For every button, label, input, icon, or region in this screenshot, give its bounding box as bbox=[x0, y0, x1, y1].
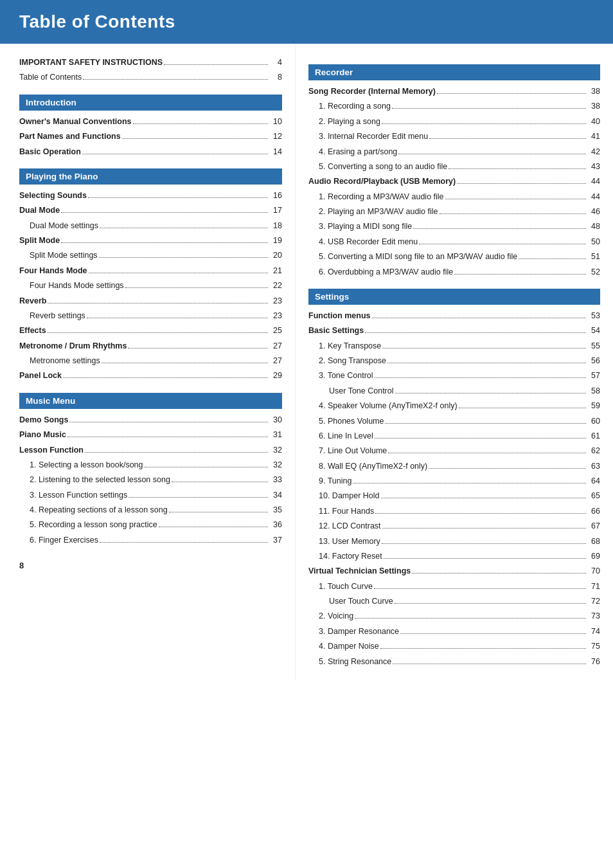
toc-leader bbox=[393, 664, 586, 664]
toc-page: 38 bbox=[587, 100, 600, 113]
toc-page: 70 bbox=[587, 565, 600, 577]
toc-title: Metronome settings bbox=[30, 355, 100, 367]
toc-row: 3. Lesson Function settings34 bbox=[19, 488, 282, 503]
toc-page: 61 bbox=[587, 430, 600, 442]
toc-title: Lesson Function bbox=[19, 444, 84, 457]
toc-row: Four Hands Mode settings22 bbox=[19, 278, 282, 293]
toc-title: Audio Record/Playback (USB Memory) bbox=[308, 176, 456, 188]
section-header: Introduction bbox=[19, 95, 282, 111]
toc-title: 8. Wall EQ (AnyTimeX2-f only) bbox=[319, 460, 427, 473]
toc-page: 42 bbox=[587, 146, 600, 158]
toc-leader bbox=[384, 558, 586, 559]
toc-title: Demo Songs bbox=[19, 414, 68, 426]
page-container: Table of Contents IMPORTANT SAFETY INSTR… bbox=[0, 0, 613, 868]
toc-row: Owner's Manual Conventions10 bbox=[19, 114, 282, 129]
toc-title: 4. Repeating sections of a lesson song bbox=[30, 504, 168, 516]
toc-page: 57 bbox=[587, 370, 600, 382]
toc-row: Lesson Function32 bbox=[19, 443, 282, 458]
toc-title: 6. Finger Exercises bbox=[30, 534, 98, 547]
toc-leader bbox=[355, 618, 586, 619]
toc-page: 65 bbox=[587, 490, 600, 502]
toc-row: Basic Operation14 bbox=[19, 145, 282, 159]
toc-title: Function menus bbox=[308, 310, 371, 322]
toc-leader bbox=[395, 603, 586, 604]
toc-title: Basic Operation bbox=[19, 146, 81, 158]
toc-title: Owner's Manual Conventions bbox=[19, 116, 132, 128]
toc-title: 3. Playing a MIDI song file bbox=[319, 221, 412, 233]
toc-title: User Touch Curve bbox=[329, 595, 393, 608]
toc-row: Basic Settings54 bbox=[308, 323, 600, 338]
toc-title: Song Recorder (Internal Memory) bbox=[308, 86, 436, 98]
toc-page: 22 bbox=[269, 280, 282, 292]
toc-page: 59 bbox=[587, 400, 600, 412]
toc-row: 6. Finger Exercises37 bbox=[19, 533, 282, 548]
toc-title: Part Names and Functions bbox=[19, 131, 121, 143]
toc-leader bbox=[164, 64, 268, 65]
toc-leader bbox=[88, 197, 268, 198]
toc-row: 9. Tuning64 bbox=[308, 474, 600, 489]
toc-row: 5. Phones Volume60 bbox=[308, 414, 600, 429]
toc-leader bbox=[380, 648, 586, 649]
toc-page: 4 bbox=[269, 57, 282, 69]
toc-title: Table of Contents bbox=[19, 71, 82, 84]
toc-row: Demo Songs30 bbox=[19, 413, 282, 428]
toc-page: 21 bbox=[269, 265, 282, 277]
toc-title: 5. Converting a MIDI song file to an MP3… bbox=[319, 251, 517, 263]
toc-leader bbox=[63, 377, 268, 378]
toc-row: 2. Voicing73 bbox=[308, 609, 600, 624]
toc-leader bbox=[392, 108, 586, 109]
toc-leader bbox=[133, 123, 268, 124]
toc-title: 3. Damper Resonance bbox=[319, 626, 399, 638]
toc-row: 2. Playing a song40 bbox=[308, 114, 600, 129]
toc-row: 1. Recording a MP3/WAV audio file44 bbox=[308, 190, 600, 204]
toc-row: IMPORTANT SAFETY INSTRUCTIONS4 bbox=[19, 55, 282, 70]
toc-row: 10. Damper Hold65 bbox=[308, 489, 600, 503]
section-header: Music Menu bbox=[19, 393, 282, 409]
toc-row: 11. Four Hands66 bbox=[308, 504, 600, 519]
toc-title: Four Hands Mode settings bbox=[30, 280, 124, 292]
toc-title: 13. User Memory bbox=[319, 536, 380, 548]
toc-title: 3. Lesson Function settings bbox=[30, 489, 127, 502]
toc-row: 8. Wall EQ (AnyTimeX2-f only)63 bbox=[308, 459, 600, 474]
toc-page: 64 bbox=[587, 475, 600, 487]
toc-page: 33 bbox=[269, 474, 282, 486]
toc-page: 66 bbox=[587, 505, 600, 518]
toc-title: Panel Lock bbox=[19, 370, 62, 382]
toc-row: Effects25 bbox=[19, 323, 282, 338]
toc-title: 1. Touch Curve bbox=[319, 581, 373, 593]
toc-row: Song Recorder (Internal Memory)38 bbox=[308, 84, 600, 99]
toc-leader bbox=[365, 332, 586, 333]
toc-row: 3. Tone Control57 bbox=[308, 368, 600, 383]
toc-row: 2. Playing an MP3/WAV audio file46 bbox=[308, 204, 600, 219]
toc-page: 71 bbox=[587, 581, 600, 593]
toc-row: 2. Listening to the selected lesson song… bbox=[19, 473, 282, 487]
toc-leader bbox=[381, 498, 587, 498]
toc-leader bbox=[82, 154, 268, 154]
toc-row: 4. Damper Noise75 bbox=[308, 639, 600, 654]
toc-row: 4. Speaker Volume (AnyTimeX2-f only)59 bbox=[308, 399, 600, 413]
toc-title: 1. Recording a song bbox=[319, 100, 391, 113]
toc-page: 69 bbox=[587, 550, 600, 563]
toc-leader bbox=[382, 348, 586, 348]
toc-title: 2. Listening to the selected lesson song bbox=[30, 474, 170, 486]
toc-title: Basic Settings bbox=[308, 325, 364, 337]
toc-leader bbox=[159, 527, 268, 527]
toc-title: 3. Tone Control bbox=[319, 370, 373, 382]
toc-page: 52 bbox=[587, 266, 600, 278]
toc-leader bbox=[385, 423, 586, 424]
toc-title: 10. Damper Hold bbox=[319, 490, 380, 502]
toc-row: 1. Selecting a lesson book/song32 bbox=[19, 458, 282, 473]
toc-leader bbox=[440, 213, 586, 214]
content-wrapper: IMPORTANT SAFETY INSTRUCTIONS4Table of C… bbox=[0, 44, 613, 681]
toc-page: 74 bbox=[587, 626, 600, 638]
toc-row: Table of Contents8 bbox=[19, 70, 282, 85]
toc-leader bbox=[395, 393, 586, 393]
toc-page: 76 bbox=[587, 656, 600, 668]
page-number: 8 bbox=[19, 561, 282, 570]
toc-leader bbox=[429, 468, 586, 469]
toc-leader bbox=[99, 257, 268, 258]
toc-leader bbox=[100, 228, 268, 228]
toc-leader bbox=[169, 512, 268, 512]
toc-row: User Touch Curve72 bbox=[308, 594, 600, 609]
toc-page: 30 bbox=[269, 414, 282, 426]
